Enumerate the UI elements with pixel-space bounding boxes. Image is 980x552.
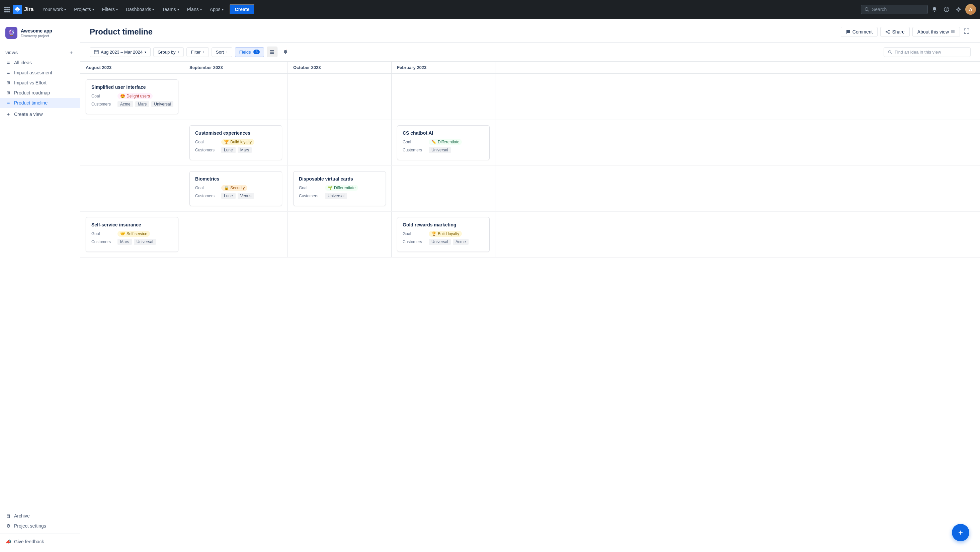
customer-mars-2: Mars [238,147,252,153]
row1-sep-col [184,74,288,120]
row3-oct-col: Disposable virtual cards Goal 🌱 Differen… [288,166,391,211]
add-view-icon[interactable]: + [68,49,75,56]
timeline-row-4: Self-service insurance Goal 🤝 Self servi… [80,212,980,258]
customer-universal-3: Universal [325,193,347,199]
svg-line-17 [887,31,888,32]
help-icon[interactable]: ? [941,4,952,15]
goal-badge-diff: ✏️ Differentiate [429,139,462,145]
nav-projects[interactable]: Projects ▾ [71,5,97,14]
timeline-row-2: Customised experiences Goal 🏆 Build loya… [80,120,980,166]
grid-icon-2: ⊞ [5,91,11,95]
sidebar-item-product-timeline[interactable]: ≡ Product timeline [0,98,80,108]
user-avatar[interactable]: A [965,4,976,15]
project-header[interactable]: 🔮 Awesome app Discovery project [0,24,80,41]
card-simplified-ui[interactable]: Simplified user interface Goal 😍 Delight… [86,80,178,114]
svg-rect-1 [6,7,8,8]
customer-universal-4: Universal [134,239,156,245]
card-title-ss: Self-service insurance [91,222,173,227]
svg-point-9 [865,8,868,11]
svg-rect-2 [8,7,10,8]
sidebar-create-view[interactable]: + Create a view [0,109,80,119]
svg-rect-26 [270,50,274,51]
svg-rect-6 [4,11,6,13]
bell-icon [283,49,288,54]
card-disposable-cards[interactable]: Disposable virtual cards Goal 🌱 Differen… [293,171,386,206]
date-range-button[interactable]: Aug 2023 – Mar 2024 ▾ [90,47,151,57]
sidebar-item-all-ideas[interactable]: ≡ All ideas [0,57,80,68]
about-view-button[interactable]: About this view [912,27,960,37]
timeline-container: August 2023 September 2023 October 2023 … [80,62,980,552]
svg-rect-4 [6,9,8,10]
view-options-icon[interactable] [267,46,277,57]
svg-rect-22 [94,50,99,54]
jira-logo[interactable]: Jira [13,5,33,14]
card-title: Simplified user interface [91,85,173,90]
add-idea-fab[interactable]: + [952,524,969,541]
row1-aug-col: Simplified user interface Goal 😍 Delight… [80,74,184,120]
megaphone-icon: 📣 [5,539,11,544]
comment-icon [846,29,851,34]
nav-apps[interactable]: Apps ▾ [207,5,227,14]
notifications-icon[interactable] [929,4,940,15]
card-customised-experiences[interactable]: Customised experiences Goal 🏆 Build loya… [189,125,282,160]
search-icon-toolbar [888,50,892,54]
expand-button[interactable] [963,27,970,37]
notifications-settings-icon[interactable] [280,46,291,57]
global-search[interactable] [861,5,928,14]
customer-universal: Universal [151,101,173,107]
timeline-header: August 2023 September 2023 October 2023 … [80,62,980,74]
customer-universal-5: Universal [429,239,451,245]
nav-teams[interactable]: Teams ▾ [159,5,182,14]
sort-button[interactable]: Sort + [212,47,232,57]
svg-line-30 [891,53,892,54]
svg-line-18 [887,32,888,33]
top-nav: Jira Your work ▾ Projects ▾ Filters ▾ Da… [0,0,980,19]
svg-point-13 [958,8,959,10]
sidebar-archive[interactable]: 🗑 Archive [0,511,80,521]
card-self-service[interactable]: Self-service insurance Goal 🤝 Self servi… [86,217,178,252]
svg-point-16 [888,32,889,34]
goal-badge-ss: 🤝 Self service [118,231,150,237]
sidebar-settings[interactable]: ⚙ Project settings [0,521,80,531]
row2-feb-col: CS chatbot AI Goal ✏️ Differentiate Cust… [391,120,495,166]
svg-point-14 [888,30,889,31]
comment-button[interactable]: Comment [841,27,878,37]
nav-your-work[interactable]: Your work ▾ [39,5,69,14]
fields-button[interactable]: Fields 3 [235,47,264,57]
sidebar-feedback[interactable]: 📣 Give feedback [0,537,80,547]
share-button[interactable]: Share [880,27,909,37]
sidebar-item-impact-assessment[interactable]: ≡ Impact assesment [0,68,80,78]
timeline-icon: ≡ [5,100,11,105]
idea-search[interactable] [884,47,970,57]
apps-grid-icon[interactable] [4,6,10,13]
svg-rect-27 [270,51,274,53]
filter-button[interactable]: Filter + [186,47,209,57]
goal-badge: 😍 Delight users [118,93,153,99]
group-by-button[interactable]: Group by + [153,47,184,57]
nav-filters[interactable]: Filters ▾ [99,5,121,14]
nav-plans[interactable]: Plans ▾ [184,5,205,14]
customer-venus: Venus [238,193,254,199]
idea-search-input[interactable] [895,49,966,54]
search-input[interactable] [872,7,919,12]
svg-rect-0 [4,7,6,8]
row1-oct-col [288,74,391,120]
sidebar-item-impact-effort[interactable]: ⊞ Impact vs Effort [0,78,80,88]
settings-icon[interactable] [953,4,964,15]
svg-rect-3 [4,9,6,10]
goal-badge-diff-2: 🌱 Differentiate [325,185,358,191]
sidebar-item-product-roadmap[interactable]: ⊞ Product roadmap [0,88,80,98]
search-icon [864,7,869,12]
row4-sep-col [184,212,288,257]
card-biometrics[interactable]: Biometrics Goal 🔒 Security Customers Lu [189,171,282,206]
list-icon-2: ≡ [5,70,11,75]
nav-dashboards[interactable]: Dashboards ▾ [123,5,158,14]
list-icon: ≡ [5,60,11,65]
archive-icon: 🗑 [5,513,11,518]
create-button[interactable]: Create [230,4,255,15]
page-title: Product timeline [90,27,841,37]
goal-badge-loyalty: 🏆 Build loyalty [221,139,255,145]
card-gold-rewards[interactable]: Gold rewards marketing Goal 🏆 Build loya… [397,217,490,252]
card-cs-chatbot[interactable]: CS chatbot AI Goal ✏️ Differentiate Cust… [397,125,490,160]
row1-feb-col [391,74,495,120]
